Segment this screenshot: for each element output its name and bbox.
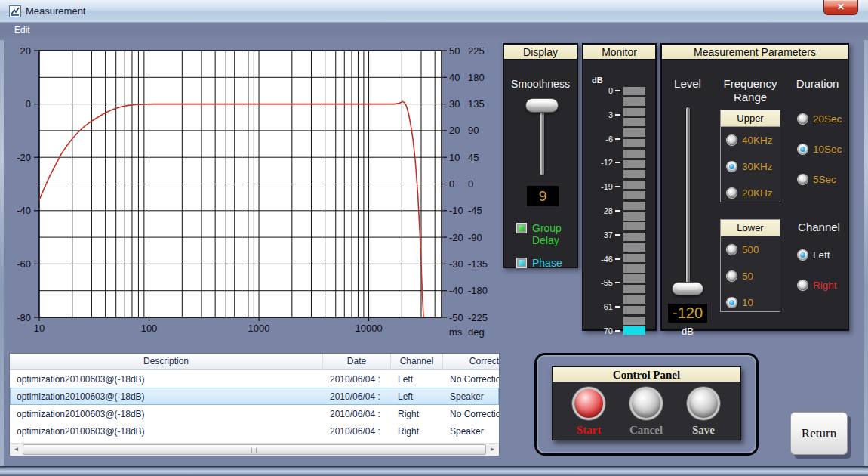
meter-segment	[623, 181, 645, 189]
meter-segment	[623, 108, 645, 116]
cell-correction: No Correction	[443, 409, 500, 419]
cancel-button-label: Cancel	[616, 424, 676, 437]
axis-label: -30	[449, 258, 463, 270]
phase-checkbox[interactable]: Phase	[516, 257, 562, 269]
table-row[interactable]: optimization20100603@(-18dB)2010/06/04 :…	[10, 370, 499, 388]
radio-option-label: 40KHz	[742, 134, 773, 146]
cell-correction: No Correction	[443, 374, 500, 385]
scrollbar-thumb[interactable]	[23, 444, 486, 455]
meter-segment	[623, 243, 645, 252]
radio-option-label: 20KHz	[742, 187, 773, 199]
column-header-date[interactable]: Date	[323, 354, 391, 369]
control-panel: Control Panel Start Cancel Save	[534, 353, 759, 456]
window-title: Measurement	[26, 0, 85, 22]
smoothness-value: 9	[527, 186, 559, 206]
return-button[interactable]: Return	[790, 412, 848, 455]
radio-option-label: 30KHz	[742, 161, 773, 172]
meter-segment	[623, 212, 645, 221]
axis-label: -40	[449, 285, 463, 296]
start-button[interactable]	[572, 387, 605, 420]
display-panel-title: Display	[504, 45, 577, 60]
axis-label: -90	[468, 232, 482, 243]
level-slider-thumb[interactable]	[672, 282, 703, 295]
radio-right[interactable]: Right	[798, 278, 837, 292]
smoothness-slider-thumb[interactable]	[525, 98, 559, 113]
table-row[interactable]: optimization20100603@(-18dB)2010/06/04 :…	[10, 422, 499, 440]
meter-segment	[623, 295, 645, 304]
cell-description: optimization20100603@(-18dB)	[10, 391, 323, 402]
control-panel-inner: Control Panel Start Cancel Save	[552, 366, 741, 440]
axis-label: 180	[468, 72, 485, 83]
radio-left[interactable]: Left	[798, 248, 830, 261]
group-delay-checkbox[interactable]: GroupDelay	[516, 222, 562, 246]
radio-dot	[798, 144, 808, 154]
level-unit-label: dB	[668, 326, 707, 337]
save-button[interactable]	[687, 387, 720, 420]
axis-label: -180	[468, 285, 488, 296]
meter-scale-0: 0	[583, 85, 620, 97]
axis-label: 225	[468, 45, 485, 57]
radio-20khz[interactable]: 20KHz	[727, 186, 773, 199]
radio-dot	[727, 271, 737, 281]
meter-scale--46: -46	[583, 253, 620, 265]
axis-label: -20	[17, 152, 31, 163]
cell-channel: Right	[391, 409, 443, 419]
phase-checkbox-box	[516, 258, 527, 268]
measurement-list: DescriptionDateChannelCorrection optimiz…	[9, 353, 500, 456]
duration-label: Duration	[780, 77, 855, 91]
menu-bar: Edit	[0, 23, 868, 40]
column-header-description[interactable]: Description	[10, 354, 323, 369]
close-button[interactable]: ✕	[823, 0, 858, 15]
lower-group-title: Lower	[721, 220, 780, 236]
meter-segment	[623, 264, 645, 273]
radio-5sec[interactable]: 5Sec	[798, 172, 836, 186]
meter-segment	[623, 222, 645, 230]
scroll-left-arrow[interactable]: ◄	[10, 444, 23, 456]
menu-item-edit[interactable]: Edit	[8, 23, 37, 38]
column-header-channel[interactable]: Channel	[391, 354, 443, 369]
table-row[interactable]: optimization20100603@(-18dB)2010/06/04 :…	[10, 405, 499, 422]
axis-label: -40	[17, 205, 31, 216]
meter-segment	[623, 317, 645, 325]
meter-scale--12: -12	[583, 156, 620, 168]
horizontal-scrollbar[interactable]: ◄ ►	[10, 443, 499, 456]
radio-500[interactable]: 500	[727, 243, 759, 256]
window-frame-bottom	[0, 466, 868, 476]
meter-scale--28: -28	[583, 205, 620, 217]
radio-10[interactable]: 10	[727, 295, 753, 309]
radio-30khz[interactable]: 30KHz	[727, 159, 773, 173]
frequency-response-chart: 200-20-40-60-801010010001000050225401803…	[0, 42, 498, 344]
radio-50[interactable]: 50	[727, 269, 753, 283]
radio-dot	[727, 162, 737, 172]
parameters-panel-title: Measurement Parameters	[662, 45, 848, 60]
cell-description: optimization20100603@(-18dB)	[10, 374, 323, 385]
axis-label: -50	[449, 312, 463, 323]
axis-label: -45	[468, 205, 482, 216]
axis-label: -10	[449, 205, 463, 216]
display-panel: Display Smoothness 9 GroupDelay Phase	[503, 43, 578, 268]
radio-20sec[interactable]: 20Sec	[798, 112, 842, 125]
scroll-right-arrow[interactable]: ►	[486, 444, 499, 456]
meter-segment	[623, 254, 645, 262]
axis-label: 20	[449, 125, 460, 136]
meter-scale--55: -55	[583, 277, 620, 289]
meter-segment	[623, 170, 645, 178]
column-header-correction[interactable]: Correction	[443, 354, 500, 369]
axis-label: 30	[449, 98, 460, 110]
radio-40khz[interactable]: 40KHz	[727, 133, 773, 147]
cancel-button[interactable]	[629, 387, 663, 420]
monitor-panel-title: Monitor	[583, 45, 655, 60]
list-body: optimization20100603@(-18dB)2010/06/04 :…	[10, 370, 499, 440]
table-row[interactable]: optimization20100603@(-18dB)2010/06/04 :…	[10, 388, 499, 405]
meter-segment	[623, 139, 645, 147]
level-meter	[623, 87, 645, 335]
axis-label: 0	[26, 98, 31, 110]
axis-label: 135	[468, 98, 485, 110]
level-slider-track[interactable]	[685, 107, 691, 295]
cell-correction: Speaker	[443, 426, 500, 437]
monitor-unit-label: dB	[592, 76, 603, 85]
radio-10sec[interactable]: 10Sec	[798, 142, 842, 156]
phase-label: Phase	[532, 257, 562, 269]
monitor-panel: Monitor dB 0-3-6-12-19-28-37-46-55-61-70	[582, 43, 657, 331]
smoothness-slider-track[interactable]	[540, 102, 545, 176]
